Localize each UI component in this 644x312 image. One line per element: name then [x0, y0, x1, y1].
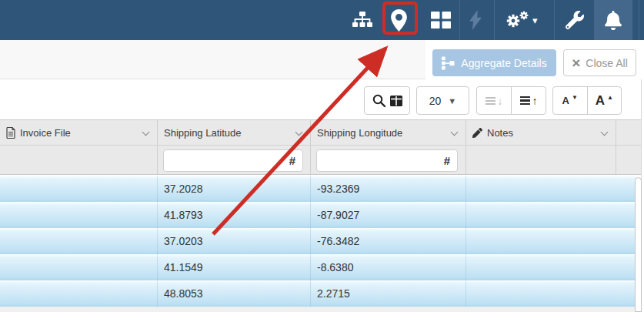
close-all-button[interactable]: × Close All — [563, 49, 636, 76]
caret-down-icon: ▼ — [448, 96, 456, 106]
close-all-label: Close All — [586, 57, 627, 69]
cell-notes — [465, 254, 636, 280]
vertical-scrollbar-thumb[interactable] — [635, 177, 642, 312]
top-toolbar: ▾ — [0, 0, 644, 40]
decrease-font-button[interactable]: A ▼ — [553, 87, 587, 114]
tools-button[interactable] — [557, 0, 592, 40]
toolbar-separator — [494, 0, 495, 40]
aggregate-details-label: Aggregate Details — [461, 57, 546, 69]
cell-notes — [465, 202, 636, 228]
bolt-button-disabled — [458, 0, 493, 40]
column-divider — [465, 146, 466, 174]
triangle-up-icon: ▲ — [607, 94, 613, 101]
toolbar-separator — [639, 0, 639, 40]
table-row[interactable]: 37.2028 -93.2369 — [0, 176, 636, 202]
chevron-down-icon[interactable] — [601, 129, 609, 136]
search-icon — [372, 94, 386, 108]
bolt-icon — [469, 10, 482, 30]
map-marker-icon — [391, 9, 407, 32]
sitemap-button[interactable] — [345, 0, 380, 40]
chevron-down-icon[interactable] — [451, 129, 459, 136]
column-label: Shipping Latitude — [164, 127, 241, 139]
sort-button-group: ↓ ↑ — [476, 86, 546, 115]
table-row[interactable]: 41.1549 -8.6380 — [0, 254, 636, 280]
cell-notes — [465, 176, 636, 202]
cell-shipping-longitude: -87.9027 — [310, 202, 465, 228]
caret-down-icon: ▾ — [532, 15, 538, 26]
cell-shipping-latitude: 37.2028 — [157, 176, 310, 202]
font-small-label: A — [562, 95, 569, 106]
column-header-notes[interactable]: Notes — [465, 120, 616, 145]
column-header-invoice-file[interactable]: Invoice File — [0, 120, 157, 145]
file-icon — [6, 127, 15, 139]
settings-button[interactable] — [499, 0, 534, 40]
increase-font-button[interactable]: A ▲ — [587, 87, 622, 114]
table-icon — [431, 12, 451, 29]
notifications-button[interactable] — [594, 0, 632, 40]
settings-dropdown-caret[interactable]: ▾ — [532, 0, 546, 40]
page-size-value: 20 — [429, 95, 442, 107]
chevron-down-icon[interactable] — [142, 129, 150, 136]
font-large-label: A — [596, 93, 605, 109]
triangle-down-icon: ▼ — [572, 94, 578, 101]
column-header-shipping-longitude[interactable]: Shipping Longitude — [310, 120, 465, 145]
cell-shipping-longitude: 2.2715 — [310, 280, 465, 307]
column-label: Invoice File — [20, 127, 71, 139]
cell-invoice-file — [0, 202, 157, 228]
cell-shipping-latitude: 37.0203 — [157, 228, 310, 254]
cell-shipping-longitude: -8.6380 — [310, 254, 465, 280]
numeric-filter-icon[interactable]: # — [444, 154, 457, 167]
cell-notes — [465, 228, 636, 254]
table-row[interactable]: 48.8053 2.2715 — [0, 280, 636, 307]
sort-asc-icon — [520, 96, 530, 106]
table-row[interactable]: 41.8793 -87.9027 — [0, 202, 636, 228]
cell-shipping-latitude: 48.8053 — [157, 280, 310, 307]
toolbar-separator — [554, 0, 555, 40]
cell-invoice-file — [0, 176, 157, 202]
search-columns-button[interactable] — [364, 86, 410, 115]
wrench-icon — [566, 11, 584, 29]
arrow-down-icon: ↓ — [498, 96, 503, 106]
sort-ascending-button[interactable]: ↑ — [511, 87, 546, 114]
aggregate-icon — [442, 56, 455, 70]
table-view-button[interactable] — [423, 0, 459, 40]
page-size-dropdown[interactable]: 20 ▼ — [416, 86, 469, 115]
app-window: ▾ Aggregate Details — [0, 0, 644, 312]
chevron-down-icon[interactable] — [295, 129, 303, 136]
cell-invoice-file — [0, 280, 157, 307]
latitude-filter-input[interactable] — [164, 150, 289, 171]
cell-shipping-longitude: -93.2369 — [310, 176, 465, 202]
cell-invoice-file — [0, 228, 157, 254]
cell-shipping-latitude: 41.8793 — [157, 202, 310, 228]
table-filter-row: # # — [0, 146, 641, 175]
bell-icon — [605, 11, 622, 30]
longitude-filter-input[interactable] — [317, 150, 444, 171]
column-divider — [616, 146, 616, 174]
close-icon: × — [572, 55, 580, 70]
column-header-shipping-latitude[interactable]: Shipping Latitude — [157, 120, 310, 145]
column-divider — [310, 146, 311, 174]
font-size-button-group: A ▼ A ▲ — [552, 86, 622, 115]
columns-icon — [390, 96, 402, 106]
table-header-row: Invoice File Shipping Latitude Shipping … — [0, 119, 641, 146]
cell-invoice-file — [0, 254, 157, 280]
arrow-up-icon: ↑ — [532, 96, 538, 106]
sitemap-icon — [352, 12, 372, 29]
table-bottom-gutter — [0, 307, 641, 312]
map-marker-button[interactable] — [381, 0, 416, 40]
pencil-icon — [472, 128, 482, 138]
column-header-spacer — [616, 120, 641, 145]
cell-shipping-longitude: -76.3482 — [310, 228, 465, 254]
sort-desc-icon — [486, 97, 496, 105]
column-label: Shipping Longitude — [317, 127, 402, 139]
latitude-filter-field: # — [163, 149, 303, 172]
cell-shipping-latitude: 41.1549 — [157, 254, 310, 280]
numeric-filter-icon[interactable]: # — [289, 154, 302, 167]
table-row[interactable]: 37.0203 -76.3482 — [0, 228, 636, 254]
aggregate-details-button[interactable]: Aggregate Details — [432, 49, 556, 76]
sort-descending-button[interactable]: ↓ — [477, 87, 511, 114]
column-divider — [157, 146, 158, 174]
longitude-filter-field: # — [316, 149, 458, 172]
cogs-icon — [503, 10, 529, 30]
column-label: Notes — [487, 127, 513, 139]
